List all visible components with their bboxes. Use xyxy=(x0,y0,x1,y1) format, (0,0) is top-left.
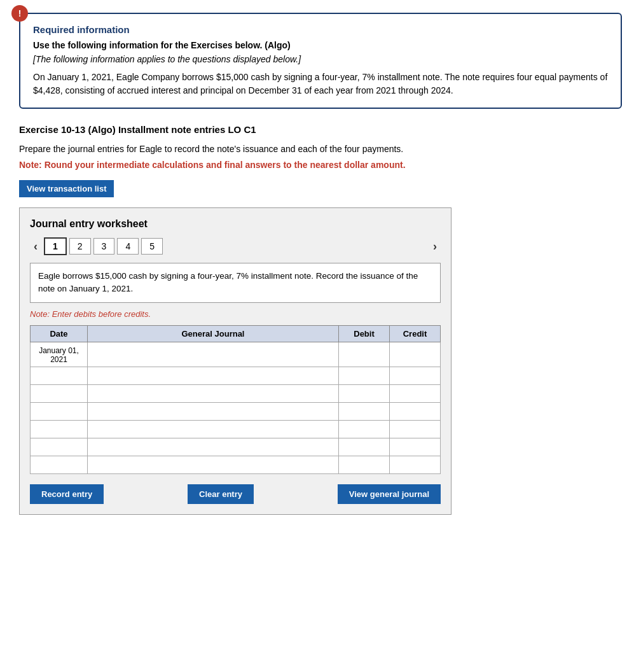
next-arrow[interactable]: › xyxy=(429,239,441,255)
tab-1[interactable]: 1 xyxy=(44,237,67,255)
journal-entry-worksheet: Journal entry worksheet ‹ 1 2 3 4 5 › Ea… xyxy=(19,207,451,515)
view-general-journal-button[interactable]: View general journal xyxy=(338,484,441,504)
tab-2[interactable]: 2 xyxy=(69,238,91,255)
table-row xyxy=(31,438,441,456)
table-row xyxy=(31,384,441,402)
record-entry-button[interactable]: Record entry xyxy=(30,484,104,504)
date-cell xyxy=(31,456,88,473)
tab-navigation: ‹ 1 2 3 4 5 › xyxy=(30,237,441,255)
debit-input[interactable] xyxy=(343,442,385,452)
general-journal-cell[interactable] xyxy=(88,438,339,456)
general-journal-cell[interactable] xyxy=(88,420,339,438)
col-header-date: Date xyxy=(31,325,88,342)
col-header-credit: Credit xyxy=(390,325,441,342)
credit-input[interactable] xyxy=(394,442,436,452)
credit-input[interactable] xyxy=(394,407,436,416)
debit-cell[interactable] xyxy=(339,367,390,384)
prepare-text: Prepare the journal entries for Eagle to… xyxy=(19,143,622,156)
italic-line: [The following information applies to th… xyxy=(33,54,608,64)
prev-arrow[interactable]: ‹ xyxy=(30,239,41,255)
description-box: Eagle borrows $15,000 cash by signing a … xyxy=(30,263,441,303)
tab-4[interactable]: 4 xyxy=(117,238,139,255)
journal-table: Date General Journal Debit Credit Januar… xyxy=(30,325,441,474)
general-journal-cell[interactable] xyxy=(88,367,339,384)
date-cell xyxy=(31,438,88,456)
general-journal-cell[interactable] xyxy=(88,402,339,420)
date-cell xyxy=(31,420,88,438)
debit-cell[interactable] xyxy=(339,384,390,402)
info-box: ! Required information Use the following… xyxy=(19,13,622,109)
note-red: Note: Round your intermediate calculatio… xyxy=(19,160,622,170)
general-journal-input[interactable] xyxy=(92,460,334,470)
date-cell xyxy=(31,402,88,420)
credit-input[interactable] xyxy=(394,460,436,470)
table-row xyxy=(31,420,441,438)
credit-input[interactable] xyxy=(394,350,436,360)
bold-line: Use the following information for the Ex… xyxy=(33,40,608,50)
note-debits: Note: Enter debits before credits. xyxy=(30,309,441,319)
date-cell xyxy=(31,384,88,402)
general-journal-input[interactable] xyxy=(92,371,334,381)
debit-cell[interactable] xyxy=(339,438,390,456)
credit-cell[interactable] xyxy=(390,342,441,367)
credit-input[interactable] xyxy=(394,389,436,398)
debit-input[interactable] xyxy=(343,407,385,416)
debit-cell[interactable] xyxy=(339,456,390,473)
worksheet-title: Journal entry worksheet xyxy=(30,218,441,230)
credit-cell[interactable] xyxy=(390,420,441,438)
credit-input[interactable] xyxy=(394,371,436,381)
credit-cell[interactable] xyxy=(390,384,441,402)
exclamation-icon: ! xyxy=(11,5,28,22)
credit-cell[interactable] xyxy=(390,402,441,420)
debit-input[interactable] xyxy=(343,371,385,381)
required-title: Required information xyxy=(33,24,608,35)
debit-cell[interactable] xyxy=(339,402,390,420)
date-cell xyxy=(31,367,88,384)
col-header-general-journal: General Journal xyxy=(88,325,339,342)
debit-input[interactable] xyxy=(343,350,385,360)
general-journal-input[interactable] xyxy=(92,407,334,416)
debit-input[interactable] xyxy=(343,389,385,398)
debit-input[interactable] xyxy=(343,424,385,434)
general-journal-cell[interactable] xyxy=(88,384,339,402)
general-journal-input[interactable] xyxy=(92,350,334,360)
exercise-title: Exercise 10-13 (Algo) Installment note e… xyxy=(19,124,622,135)
tab-5[interactable]: 5 xyxy=(141,238,163,255)
debit-cell[interactable] xyxy=(339,420,390,438)
credit-input[interactable] xyxy=(394,424,436,434)
col-header-debit: Debit xyxy=(339,325,390,342)
view-transaction-list-button[interactable]: View transaction list xyxy=(19,180,114,197)
debit-cell[interactable] xyxy=(339,342,390,367)
tab-3[interactable]: 3 xyxy=(93,238,115,255)
date-cell: January 01, 2021 xyxy=(31,342,88,367)
table-row xyxy=(31,367,441,384)
clear-entry-button[interactable]: Clear entry xyxy=(188,484,254,504)
general-journal-input[interactable] xyxy=(92,424,334,434)
general-journal-cell[interactable] xyxy=(88,342,339,367)
general-journal-cell[interactable] xyxy=(88,456,339,473)
debit-input[interactable] xyxy=(343,460,385,470)
buttons-row: Record entry Clear entry View general jo… xyxy=(30,484,441,504)
general-journal-input[interactable] xyxy=(92,389,334,398)
table-row xyxy=(31,456,441,473)
credit-cell[interactable] xyxy=(390,438,441,456)
table-row xyxy=(31,402,441,420)
body-text: On January 1, 2021, Eagle Company borrow… xyxy=(33,71,608,97)
credit-cell[interactable] xyxy=(390,456,441,473)
general-journal-input[interactable] xyxy=(92,442,334,452)
credit-cell[interactable] xyxy=(390,367,441,384)
table-row: January 01, 2021 xyxy=(31,342,441,367)
